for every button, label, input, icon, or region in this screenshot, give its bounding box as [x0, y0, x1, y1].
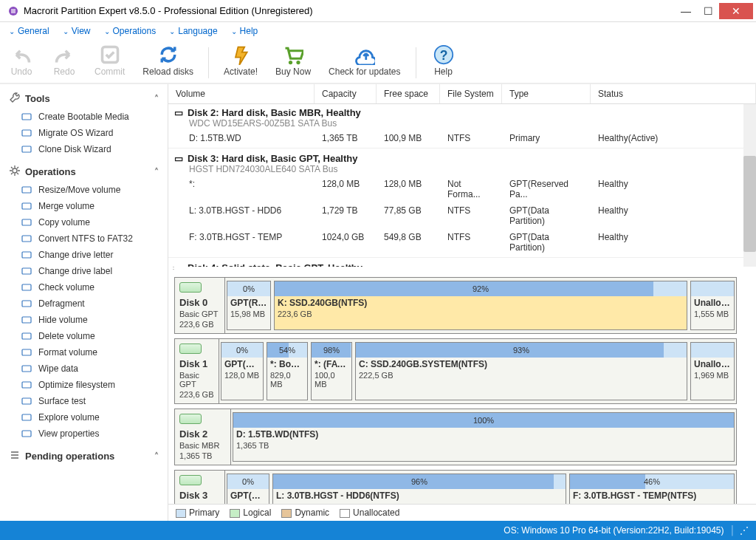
minimize-button[interactable]: —: [675, 3, 697, 19]
partition-block[interactable]: Unalloc...1,555 MB: [690, 281, 735, 330]
toolbar-activate-button[interactable]: Activate!: [219, 43, 262, 78]
ops-item-hide-volume[interactable]: Hide volume: [3, 312, 165, 328]
svg-point-10: [13, 168, 17, 173]
volume-row[interactable]: *:128,0 MB128,0 MBNot Forma...GPT(Reserv…: [168, 176, 756, 202]
ops-item-defragment[interactable]: Defragment: [3, 295, 165, 312]
sidebar-operations-header[interactable]: Operations ˄: [3, 162, 165, 182]
toolbar-help-button[interactable]: ?Help: [427, 43, 461, 78]
tools-item-migrate-os-wizard[interactable]: Migrate OS Wizard: [3, 125, 165, 141]
volume-list[interactable]: ▭Disk 2: Hard disk, Basic MBR, HealthyWD…: [168, 104, 756, 267]
sidebar-operations: Operations ˄ Resize/Move volumeMerge vol…: [3, 162, 165, 442]
content: Volume Capacity Free space File System T…: [168, 84, 756, 521]
toolbar-updates-button[interactable]: Check for updates: [324, 43, 405, 78]
ops-item-change-drive-letter[interactable]: Change drive letter: [3, 247, 165, 263]
menu-general[interactable]: ⌄General: [3, 24, 55, 38]
disk-map-label[interactable]: Disk 2Basic MBR1,365 TB: [175, 409, 231, 465]
volume-row[interactable]: L: 3.0TB.HGST - HDD61,729 TB77,85 GBNTFS…: [168, 202, 756, 229]
menu-help[interactable]: ⌄Help: [225, 24, 264, 38]
activate-icon: [230, 44, 251, 65]
menu-view[interactable]: ⌄View: [57, 24, 97, 38]
action-icon: [21, 411, 32, 423]
disk-header[interactable]: ▭Disk 3: Hard disk, Basic GPT, Healthy: [168, 150, 756, 164]
partition-block[interactable]: 100%D: 1.5TB.WD(NTFS)1,365 TB: [233, 412, 735, 462]
menu-operations[interactable]: ⌄Operations: [98, 24, 162, 38]
disk-map-label[interactable]: Disk 1Basic GPT223,6 GB: [175, 339, 219, 403]
list-icon: [9, 449, 21, 463]
close-button[interactable]: ✕: [719, 3, 753, 19]
action-icon: [21, 200, 32, 212]
chevron-down-icon: ⌄: [231, 27, 237, 35]
disk-drive-icon: [179, 414, 202, 424]
sidebar-pending-header[interactable]: Pending operations ˄: [3, 446, 165, 466]
disk-map-label[interactable]: Disk 3Basic GPT: [175, 471, 225, 504]
action-icon: [21, 428, 32, 440]
svg-rect-9: [22, 146, 31, 152]
svg-point-4: [296, 61, 300, 64]
reload-icon: [158, 44, 179, 65]
partition-block[interactable]: 93%C: SSD.240GB.SYSTEM(NTFS)222,5 GB: [355, 342, 687, 400]
ops-item-check-volume[interactable]: Check volume: [3, 279, 165, 295]
ops-item-delete-volume[interactable]: Delete volume: [3, 328, 165, 344]
toolbar-buy-button[interactable]: Buy Now: [271, 43, 315, 78]
ops-item-view-properties[interactable]: View properties: [3, 425, 165, 442]
titlebar: Macrorit Partition Expert v8.5.0 - Profe…: [0, 0, 756, 22]
ops-item-explore-volume[interactable]: Explore volume: [3, 409, 165, 425]
toolbar-separator: [208, 47, 209, 78]
legend-unallocated: Unallocated: [340, 507, 399, 518]
sidebar-pending: Pending operations ˄: [3, 446, 165, 466]
ops-item-surface-test[interactable]: Surface test: [3, 393, 165, 409]
chevron-up-icon: ˄: [154, 451, 159, 462]
partition-block[interactable]: 98%*: (FAT...100,0 MB: [311, 342, 352, 400]
col-type[interactable]: Type: [502, 84, 591, 103]
ops-item-copy-volume[interactable]: Copy volume: [3, 214, 165, 230]
ops-item-format-volume[interactable]: Format volume: [3, 344, 165, 360]
svg-rect-7: [22, 114, 31, 120]
partition-block[interactable]: 0%GPT(Re...128,0 MB: [221, 342, 264, 400]
sidebar-pending-label: Pending operations: [25, 451, 114, 462]
ops-item-optimize-filesystem[interactable]: Optimize filesystem: [3, 377, 165, 393]
action-icon: [21, 249, 32, 261]
svg-rect-18: [22, 301, 31, 307]
partition-block[interactable]: 92%K: SSD.240GB(NTFS)223,6 GB: [274, 281, 687, 330]
tools-item-create-bootable-media[interactable]: Create Bootable Media: [3, 109, 165, 125]
partition-block[interactable]: Unalloc...1,969 MB: [690, 342, 735, 400]
chevron-down-icon: ⌄: [104, 27, 110, 35]
help-icon: ?: [433, 44, 454, 65]
wrench-icon: [9, 92, 21, 106]
col-capacity[interactable]: Capacity: [315, 84, 377, 103]
svg-rect-20: [22, 333, 31, 339]
svg-rect-14: [22, 236, 31, 242]
col-status[interactable]: Status: [591, 84, 756, 103]
partition-block[interactable]: 0%GPT(Re...: [227, 474, 269, 504]
toolbar-reload-button[interactable]: Reload disks: [138, 43, 198, 78]
ops-item-wipe-data[interactable]: Wipe data: [3, 360, 165, 377]
menu-language[interactable]: ⌄Language: [163, 24, 223, 38]
partition-block[interactable]: 0%GPT(Re...15,98 MB: [227, 281, 271, 330]
ops-item-resize-move-volume[interactable]: Resize/Move volume: [3, 182, 165, 198]
tools-item-clone-disk-wizard[interactable]: Clone Disk Wizard: [3, 141, 165, 157]
disk-header[interactable]: ▭Disk 4: Solid state, Basic GPT, Healthy: [168, 259, 756, 267]
action-icon: [21, 379, 32, 391]
svg-rect-21: [22, 349, 31, 355]
scrollbar-thumb[interactable]: [743, 156, 756, 252]
col-volume[interactable]: Volume: [168, 84, 315, 103]
partition-block[interactable]: 96%L: 3.0TB.HGST - HDD6(NTFS): [272, 474, 566, 504]
ops-item-convert-ntfs-to-fat32[interactable]: Convert NTFS to FAT32: [3, 230, 165, 247]
partition-block[interactable]: 46%F: 3.0TB.HGST - TEMP(NTFS): [569, 474, 735, 504]
ops-item-change-drive-label[interactable]: Change drive label: [3, 263, 165, 279]
ops-item-merge-volume[interactable]: Merge volume: [3, 198, 165, 214]
main: Tools ˄ Create Bootable MediaMigrate OS …: [0, 84, 756, 521]
partition-block[interactable]: 54%*: Bocc...829,0 MB: [267, 342, 308, 400]
volume-row[interactable]: F: 3.0TB.HGST - TEMP1024,0 GB549,8 GBNTF…: [168, 229, 756, 256]
volume-row[interactable]: D: 1.5TB.WD1,365 TB100,9 MBNTFSPrimaryHe…: [168, 130, 756, 146]
svg-rect-13: [22, 219, 31, 225]
col-filesystem[interactable]: File System: [440, 84, 502, 103]
maximize-button[interactable]: ☐: [697, 3, 719, 19]
sidebar-tools-header[interactable]: Tools ˄: [3, 89, 165, 109]
chevron-up-icon: ˄: [154, 167, 159, 177]
disk-icon: ▭: [174, 153, 183, 164]
redo-icon: [54, 44, 75, 65]
col-free-space[interactable]: Free space: [377, 84, 440, 103]
disk-header[interactable]: ▭Disk 2: Hard disk, Basic MBR, Healthy: [168, 104, 756, 118]
disk-map-label[interactable]: Disk 0Basic GPT223,6 GB: [175, 278, 225, 333]
